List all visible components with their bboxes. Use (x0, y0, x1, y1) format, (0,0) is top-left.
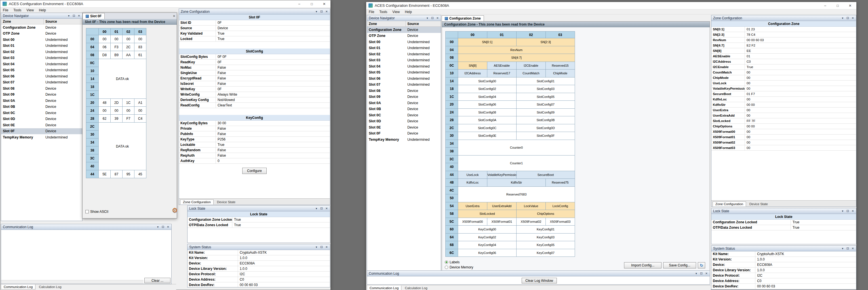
window-position-icon[interactable] (314, 245, 318, 249)
nav-row-slot-03[interactable]: Slot 03Undetermined (1, 55, 82, 61)
hex-cell[interactable]: AA (123, 51, 134, 59)
close-icon[interactable] (851, 209, 855, 213)
nav-row-slot-01[interactable]: Slot 01Undetermined (367, 45, 441, 51)
config-cell-reserved7683[interactable]: Reserved7683 (458, 186, 575, 202)
keyconfig-value[interactable]: False (216, 148, 330, 152)
hex-cell[interactable]: 2C (123, 43, 134, 51)
minimize-icon[interactable] (293, 0, 306, 7)
config-value[interactable]: 00 (745, 130, 856, 133)
window-position-icon[interactable] (425, 16, 430, 20)
horizontal-scrollbar[interactable] (1, 280, 144, 284)
config-cell-lockconfig[interactable]: LockConfig (546, 202, 575, 210)
hex-cell[interactable]: 00 (111, 35, 123, 43)
config-cell-slotconfig0d[interactable]: SlotConfig0D (517, 124, 575, 132)
menu-help[interactable]: Help (402, 10, 414, 14)
window-position-icon[interactable] (314, 207, 318, 210)
nav-row-slot-05[interactable]: Slot 05Undetermined (367, 69, 441, 76)
nav-row-slot-05[interactable]: Slot 05Undetermined (1, 67, 82, 74)
nav-row-slot-09[interactable]: Slot 09Device (367, 94, 441, 100)
keyconfig-value[interactable]: True (216, 143, 330, 147)
nav-row-slot-0c[interactable]: Slot 0CDevice (367, 112, 441, 118)
config-cell-keyconfig07[interactable]: KeyConfig07 (517, 249, 575, 257)
config-cell-volatilekeypermissio[interactable]: VolatileKeyPermissio (487, 171, 517, 179)
panel-titlebar[interactable]: Communication Log (367, 271, 710, 277)
config-cell-slotconfig0e[interactable]: SlotConfig0E (458, 132, 517, 140)
config-cell-keyconfig02[interactable]: KeyConfig02 (458, 233, 517, 241)
config-cell-slotconfig00[interactable]: SlotConfig00 (458, 77, 517, 85)
close-icon[interactable] (851, 16, 855, 20)
nav-row-slot-07[interactable]: Slot 07Undetermined (367, 82, 441, 88)
tab-slot-0f[interactable]: Slot 0F (83, 13, 105, 19)
config-cell-aesenable[interactable]: AESEnable (487, 62, 517, 69)
slotconfig-value[interactable]: False (216, 71, 330, 75)
hex-cell[interactable]: F3 (111, 43, 123, 51)
close-icon[interactable] (166, 225, 170, 229)
menu-view[interactable]: View (24, 8, 36, 12)
keyconfig-value[interactable]: P256 (216, 137, 330, 141)
hex-cell[interactable]: 87 (111, 170, 123, 178)
config-cell-sn-2-3[interactable]: SN[2:3] (517, 38, 575, 46)
close-icon[interactable] (844, 2, 856, 9)
config-cell-chipmode[interactable]: ChipMode (546, 69, 575, 78)
auto-hide-pin-icon[interactable] (161, 225, 165, 229)
config-cell-slotconfig0b[interactable]: SlotConfig0B (517, 116, 575, 124)
nav-row-slot-0d[interactable]: Slot 0DDevice (1, 116, 82, 122)
refresh-icon[interactable] (698, 262, 705, 268)
log-tab-communication-log[interactable]: Communication Log (1, 284, 35, 289)
hex-cell[interactable]: C4 (134, 115, 146, 123)
config-cell-slotconfig08[interactable]: SlotConfig08 (458, 108, 517, 116)
menu-help[interactable]: Help (36, 8, 49, 12)
hex-cell[interactable]: 95 (123, 170, 134, 178)
nav-row-configuration-zone[interactable]: Configuration ZoneDevice (1, 24, 82, 31)
close-icon[interactable] (173, 14, 175, 18)
hex-cell[interactable]: 00 (134, 35, 146, 43)
auto-hide-pin-icon[interactable] (845, 16, 850, 20)
config-cell-slotconfig0f[interactable]: SlotConfig0F (517, 132, 575, 140)
configure-button[interactable]: Configure (242, 168, 267, 174)
hex-cell[interactable]: 39 (111, 115, 123, 123)
config-cell-i2cenable[interactable]: I2CEnable (517, 62, 546, 69)
panel-tab-zone-configuration[interactable]: Zone Configuration (180, 200, 214, 205)
window-position-icon[interactable] (67, 14, 71, 18)
slotconfig-value[interactable]: False (216, 65, 330, 69)
config-cell-x509format00[interactable]: X509Format00 (458, 218, 487, 226)
config-cell-kdfivstr[interactable]: KdfIvStr (487, 179, 546, 187)
slotconfig-value[interactable]: 0F (216, 60, 330, 64)
view-option-labels[interactable]: Labels (445, 260, 473, 264)
hex-cell[interactable]: 00 (99, 35, 111, 43)
config-value[interactable]: 00 (745, 114, 856, 117)
config-cell-sn-4-7[interactable]: SN[4:7] (458, 54, 575, 62)
hex-cell[interactable]: F7 (123, 115, 134, 123)
slot-0f-value[interactable]: 0F (216, 21, 330, 25)
panel-titlebar[interactable]: Lock State (711, 208, 856, 214)
auto-hide-pin-icon[interactable] (319, 245, 324, 249)
config-cell-kdfivloc[interactable]: KdfIvLoc (458, 179, 487, 187)
config-value[interactable]: 01 23 (745, 28, 856, 31)
panel-tab-device-state[interactable]: Device State (214, 200, 238, 205)
clear-log-button[interactable]: Clear Log Window (522, 278, 557, 284)
nav-row-slot-08[interactable]: Slot 08Device (1, 85, 82, 92)
nav-row-slot-06[interactable]: Slot 06Undetermined (1, 73, 82, 80)
close-icon[interactable] (324, 207, 329, 210)
hex-cell[interactable]: 00 (99, 107, 111, 115)
keyconfig-value[interactable]: False (216, 126, 330, 130)
config-cell-slotconfig04[interactable]: SlotConfig04 (458, 93, 517, 101)
panel-tab-device-state[interactable]: Device State (747, 201, 771, 207)
nav-row-slot-07[interactable]: Slot 07Undetermined (1, 80, 82, 86)
panel-tab-zone-configuration[interactable]: Zone Configuration (713, 201, 746, 207)
import-config-button[interactable]: Import Config... (624, 262, 661, 268)
config-cell-userextra[interactable]: UserExtra (458, 202, 487, 210)
nav-row-otp-zone[interactable]: OTP ZoneDevice (1, 31, 82, 37)
nav-row-slot-0e[interactable]: Slot 0EDevice (367, 124, 441, 130)
config-cell-keyconfig04[interactable]: KeyConfig04 (458, 241, 517, 249)
nav-row-slot-0a[interactable]: Slot 0ADevice (1, 97, 82, 104)
slotconfig-value[interactable]: Always Write (216, 92, 330, 96)
auto-hide-pin-icon[interactable] (72, 14, 76, 18)
config-cell-slotconfig06[interactable]: SlotConfig06 (458, 101, 517, 109)
nav-row-slot-0d[interactable]: Slot 0DDevice (367, 118, 441, 124)
config-cell-sn-0-1[interactable]: SN[0:1] (458, 38, 517, 46)
auto-hide-pin-icon[interactable] (430, 16, 435, 20)
gear-icon[interactable] (172, 207, 178, 214)
config-cell-reserved75[interactable]: Reserved75 (546, 179, 575, 187)
auto-hide-pin-icon[interactable] (699, 271, 704, 276)
